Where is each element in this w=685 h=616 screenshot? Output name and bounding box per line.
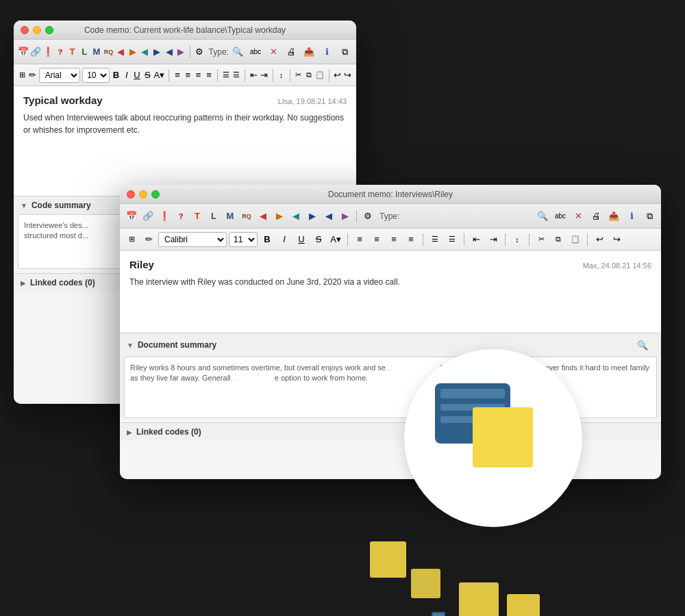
indent-1[interactable]: ⇥ bbox=[260, 68, 268, 83]
w2-numbered[interactable]: ☰ bbox=[445, 232, 460, 247]
w2-paste[interactable]: 📋 bbox=[568, 232, 583, 247]
w2-underline-button[interactable]: U bbox=[294, 232, 309, 247]
w2-export-icon[interactable]: 📤 bbox=[606, 209, 621, 224]
bullets-1[interactable]: ☰ bbox=[222, 68, 230, 83]
maximize-button-1[interactable] bbox=[45, 26, 53, 34]
w2-tri4-icon[interactable]: ▶ bbox=[305, 209, 320, 224]
w2-linespace[interactable]: ↕ bbox=[510, 232, 525, 247]
w2-indent[interactable]: ⇥ bbox=[486, 232, 501, 247]
M-icon[interactable]: M bbox=[91, 44, 102, 60]
T-icon[interactable]: T bbox=[67, 44, 78, 60]
w2-strike-button[interactable]: S bbox=[311, 232, 326, 247]
font-select-2[interactable]: Calibri bbox=[158, 232, 227, 247]
pen-icon-1[interactable]: ✏ bbox=[28, 68, 36, 83]
w2-RQ-icon[interactable]: RQ bbox=[239, 209, 254, 224]
underline-button-1[interactable]: U bbox=[133, 68, 141, 83]
w2-copy[interactable]: ⧉ bbox=[551, 232, 566, 247]
close-button-2[interactable] bbox=[127, 190, 135, 198]
document-summary-content[interactable]: Riley works 8 hours and sometimes overti… bbox=[124, 357, 657, 418]
w2-info-icon[interactable]: ℹ bbox=[624, 209, 639, 224]
w2-align-right[interactable]: ≡ bbox=[386, 232, 401, 247]
w2-tri6-icon[interactable]: ▶ bbox=[338, 209, 353, 224]
info-icon[interactable]: ℹ bbox=[319, 44, 334, 60]
align-right-1[interactable]: ≡ bbox=[194, 68, 202, 83]
align-left-1[interactable]: ≡ bbox=[173, 68, 182, 83]
w2-print-icon[interactable]: 🖨 bbox=[588, 209, 603, 224]
size-select-2[interactable]: 11 bbox=[229, 232, 258, 247]
RQ-icon[interactable]: RQ bbox=[103, 44, 114, 60]
size-select-1[interactable]: 10 bbox=[82, 68, 110, 83]
w2-exclaim-icon[interactable]: ❗ bbox=[157, 209, 172, 224]
copy-1[interactable]: ⧉ bbox=[304, 68, 312, 83]
w2-bullets[interactable]: ☰ bbox=[427, 232, 443, 247]
w2-tri3-icon[interactable]: ◀ bbox=[288, 209, 303, 224]
duplicate-icon[interactable]: ⧉ bbox=[337, 44, 352, 60]
minimize-button-2[interactable] bbox=[139, 190, 147, 198]
w2-align-justify[interactable]: ≡ bbox=[403, 232, 419, 247]
L-icon[interactable]: L bbox=[79, 44, 90, 60]
font-select-1[interactable]: Arial bbox=[39, 68, 80, 83]
export-icon[interactable]: 📤 bbox=[301, 44, 316, 60]
w2-duplicate-icon[interactable]: ⧉ bbox=[642, 209, 657, 224]
w2-calendar-icon[interactable]: 📅 bbox=[124, 209, 139, 224]
question-icon[interactable]: ? bbox=[55, 44, 66, 60]
triangle2-icon[interactable]: ▶ bbox=[127, 44, 138, 60]
link-icon[interactable]: 🔗 bbox=[30, 44, 41, 60]
numbered-1[interactable]: ☰ bbox=[232, 68, 240, 83]
paste-1[interactable]: 📋 bbox=[315, 68, 325, 83]
triangle1-icon[interactable]: ◀ bbox=[115, 44, 126, 60]
w2-close-x-icon[interactable]: ✕ bbox=[571, 209, 586, 224]
w2-cut[interactable]: ✂ bbox=[534, 232, 549, 247]
linespace-1[interactable]: ↕ bbox=[277, 68, 285, 83]
linked-codes-header-2[interactable]: ▶ Linked codes (0) bbox=[120, 423, 661, 441]
close-button-1[interactable] bbox=[21, 26, 29, 34]
w2-pen-icon[interactable]: ✏ bbox=[141, 232, 156, 247]
triangle5-icon[interactable]: ◀ bbox=[164, 44, 175, 60]
w2-bold-button[interactable]: B bbox=[260, 232, 275, 247]
w2-redo[interactable]: ↪ bbox=[609, 232, 624, 247]
undo-1[interactable]: ↩ bbox=[333, 68, 341, 83]
w2-M-icon[interactable]: M bbox=[223, 209, 238, 224]
maximize-button-2[interactable] bbox=[151, 190, 160, 198]
bold-button-1[interactable]: B bbox=[112, 68, 120, 83]
document-summary-header[interactable]: ▼ Document summary 🔍 bbox=[120, 333, 661, 357]
table-icon-1[interactable]: ⊞ bbox=[18, 68, 26, 83]
w2-T-icon[interactable]: T bbox=[190, 209, 205, 224]
triangle3-icon[interactable]: ◀ bbox=[140, 44, 151, 60]
w2-font-color-button[interactable]: A▾ bbox=[328, 232, 343, 247]
w2-table-icon[interactable]: ⊞ bbox=[124, 232, 139, 247]
triangle4-icon[interactable]: ▶ bbox=[151, 44, 162, 60]
minimize-button-1[interactable] bbox=[33, 26, 41, 34]
w2-gear-icon[interactable]: ⚙ bbox=[360, 209, 375, 224]
abc-icon[interactable]: abc bbox=[248, 44, 263, 60]
w2-tri5-icon[interactable]: ◀ bbox=[321, 209, 336, 224]
w2-undo[interactable]: ↩ bbox=[592, 232, 607, 247]
w2-abc-icon[interactable]: abc bbox=[553, 209, 568, 224]
strike-button-1[interactable]: S bbox=[143, 68, 151, 83]
font-color-button-1[interactable]: A▾ bbox=[154, 68, 165, 83]
print-icon[interactable]: 🖨 bbox=[284, 44, 299, 60]
triangle6-icon[interactable]: ▶ bbox=[176, 44, 187, 60]
w2-question-icon[interactable]: ? bbox=[173, 209, 188, 224]
w2-italic-button[interactable]: I bbox=[277, 232, 292, 247]
w2-search-icon[interactable]: 🔍 bbox=[535, 209, 550, 224]
redo-1[interactable]: ↪ bbox=[344, 68, 352, 83]
w2-L-icon[interactable]: L bbox=[206, 209, 221, 224]
close-x-icon[interactable]: ✕ bbox=[266, 44, 281, 60]
cut-1[interactable]: ✂ bbox=[294, 68, 302, 83]
search-icon-1[interactable]: 🔍 bbox=[230, 44, 245, 60]
outdent-1[interactable]: ⇤ bbox=[249, 68, 258, 83]
calendar-icon[interactable]: 📅 bbox=[18, 44, 29, 60]
w2-align-left[interactable]: ≡ bbox=[352, 232, 367, 247]
doc-summary-search-icon[interactable]: 🔍 bbox=[635, 337, 650, 352]
align-center-1[interactable]: ≡ bbox=[184, 68, 192, 83]
align-justify-1[interactable]: ≡ bbox=[205, 68, 213, 83]
w2-link-icon[interactable]: 🔗 bbox=[140, 209, 155, 224]
w2-tri1-icon[interactable]: ◀ bbox=[256, 209, 271, 224]
document-memo-window[interactable]: Document memo: Interviews\Riley 📅 🔗 ❗ ? … bbox=[120, 185, 661, 479]
w2-outdent[interactable]: ⇤ bbox=[469, 232, 484, 247]
italic-button-1[interactable]: I bbox=[123, 68, 131, 83]
gear-icon[interactable]: ⚙ bbox=[194, 44, 205, 60]
w2-align-center[interactable]: ≡ bbox=[369, 232, 384, 247]
exclaim-icon[interactable]: ❗ bbox=[42, 44, 53, 60]
